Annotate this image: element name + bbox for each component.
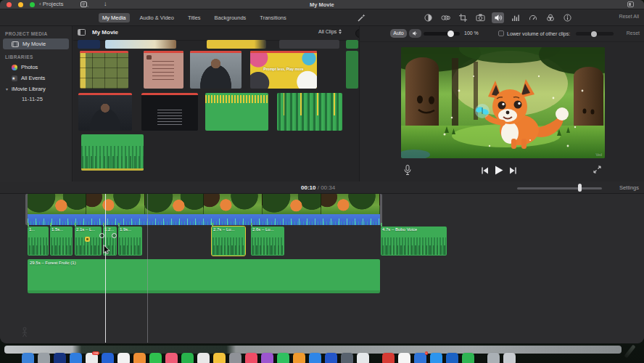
trim-handle-right[interactable] — [380, 194, 382, 225]
sidebar-item-library-date[interactable]: 11-11-25 — [0, 94, 72, 104]
minimize-button[interactable] — [18, 2, 23, 7]
dock-app-icon[interactable] — [382, 353, 395, 363]
lower-volume-knob[interactable] — [591, 31, 597, 37]
color-balance-icon[interactable] — [422, 12, 434, 23]
audio-clip[interactable]: 4.7s – Bobo Voice — [381, 227, 447, 256]
enhance-wand-icon[interactable] — [357, 13, 366, 23]
media-thumbnail-audio[interactable] — [205, 93, 268, 131]
video-audio-waveform[interactable] — [28, 214, 380, 225]
info-icon[interactable] — [561, 12, 574, 23]
media-thumbnail-webcam-dark[interactable] — [78, 93, 132, 131]
dock-app-icon[interactable] — [325, 353, 337, 363]
playhead[interactable] — [105, 194, 106, 343]
sidebar-item-my-movie[interactable]: My Movie — [3, 38, 69, 49]
dock-app-icon[interactable] — [197, 353, 210, 363]
sidebar-item-photos[interactable]: Photos — [3, 62, 69, 73]
dock-app-icon[interactable] — [133, 353, 146, 363]
volume-slider-knob[interactable] — [447, 30, 454, 37]
dock-app-icon[interactable] — [261, 353, 273, 363]
dock-app-icon[interactable] — [398, 353, 410, 363]
fade-handle[interactable] — [112, 233, 117, 238]
audio-clip[interactable]: 1.5s... — [50, 227, 73, 256]
clip-size-slider-knob[interactable] — [578, 184, 582, 192]
effects-icon[interactable] — [544, 12, 556, 23]
media-thumbnail[interactable] — [346, 40, 358, 49]
projects-back-button[interactable]: ‹Projects — [39, 1, 64, 7]
volume-slider[interactable] — [424, 32, 460, 36]
media-thumbnail-document[interactable] — [144, 51, 183, 89]
music-clip[interactable]: 29.5s – Forest Frolic (1) — [28, 259, 380, 293]
play-icon[interactable] — [495, 166, 503, 175]
close-button[interactable] — [7, 2, 12, 7]
dock-app-icon[interactable] — [22, 353, 34, 363]
dock-app-icon[interactable] — [117, 353, 130, 363]
media-thumbnail-audio[interactable] — [346, 51, 358, 89]
media-thumbnail[interactable] — [207, 40, 266, 49]
media-thumbnail-audio[interactable] — [81, 134, 144, 171]
dock-app-icon[interactable] — [309, 353, 321, 363]
reset-button[interactable]: Reset — [627, 30, 640, 36]
dock-app-icon[interactable] — [503, 353, 516, 363]
tab-titles[interactable]: Titles — [184, 13, 205, 23]
tab-backgrounds[interactable]: Backgrounds — [211, 13, 250, 23]
fullscreen-icon[interactable] — [593, 166, 601, 174]
reset-all-button[interactable]: Reset All — [619, 14, 639, 19]
tab-transitions[interactable]: Transitions — [256, 13, 289, 23]
dock-app-icon[interactable] — [277, 353, 289, 363]
media-thumbnail-webcam[interactable] — [190, 51, 242, 89]
dock-app-icon[interactable]: • — [414, 353, 426, 363]
volume-icon[interactable] — [492, 12, 504, 23]
dock-app-icon[interactable] — [341, 353, 353, 363]
audio-clip[interactable]: 1... — [28, 227, 49, 256]
dock-app-icon[interactable] — [487, 353, 500, 363]
stabilization-icon[interactable] — [474, 12, 487, 23]
auto-button[interactable]: Auto — [390, 29, 407, 38]
lower-volume-checkbox[interactable] — [498, 30, 504, 36]
fade-handle[interactable] — [99, 233, 104, 238]
zoom-button[interactable] — [30, 2, 35, 7]
noise-reduction-icon[interactable] — [509, 12, 521, 23]
audio-clip-selected[interactable]: 2.7s – Lu... — [212, 227, 245, 256]
share-icon[interactable] — [80, 1, 88, 8]
video-clip-filmstrip[interactable] — [28, 194, 380, 214]
dock-app-icon[interactable] — [102, 353, 114, 363]
microphone-icon[interactable] — [404, 165, 411, 176]
dock-app-icon[interactable] — [181, 353, 194, 363]
media-thumbnail-terminal[interactable] — [141, 93, 198, 131]
dock-app-icon[interactable] — [70, 353, 82, 363]
settings-button[interactable]: Settings — [619, 184, 639, 191]
tab-audio-video[interactable]: Audio & Video — [136, 13, 178, 23]
dock-app-icon[interactable] — [245, 353, 257, 363]
media-thumbnail-audio[interactable] — [277, 93, 342, 131]
dock-app-icon[interactable] — [54, 353, 66, 363]
dock-app-icon[interactable] — [229, 353, 242, 363]
dock-app-icon[interactable] — [38, 353, 50, 363]
next-frame-icon[interactable] — [510, 167, 516, 174]
media-thumbnail-screen-recording[interactable] — [80, 51, 128, 89]
sidebar-item-imovie-library[interactable]: ▾ iMovie Library — [3, 83, 69, 94]
clip-size-slider[interactable] — [517, 187, 602, 189]
dock-app-icon[interactable] — [446, 353, 458, 363]
dock-app-icon[interactable] — [149, 353, 162, 363]
sidebar-item-all-events[interactable]: ★ All Events — [3, 73, 69, 83]
dock-app-icon[interactable] — [357, 353, 369, 363]
skimmer-line[interactable] — [147, 194, 148, 343]
previous-frame-icon[interactable] — [482, 167, 488, 174]
media-thumbnail[interactable] — [279, 40, 339, 49]
audio-clip[interactable]: 2.6s – Lu... — [251, 227, 284, 256]
dock-app-icon[interactable] — [430, 353, 442, 363]
mute-button[interactable] — [409, 29, 421, 38]
color-correction-icon[interactable] — [439, 12, 452, 23]
dock-app-icon[interactable]: 198 — [86, 353, 98, 363]
dock-app-icon[interactable] — [462, 353, 474, 363]
dock-app-icon[interactable] — [165, 353, 178, 363]
clips-filter-dropdown[interactable]: All Clips — [318, 29, 342, 34]
sidebar-toggle-icon[interactable] — [78, 29, 86, 36]
crop-icon[interactable] — [457, 12, 469, 23]
download-icon[interactable]: ↓ — [104, 0, 107, 7]
tab-my-media[interactable]: My Media — [99, 13, 130, 23]
dock-app-icon[interactable] — [213, 353, 226, 363]
media-thumbnail[interactable] — [78, 40, 100, 49]
media-thumbnail-promo[interactable]: Prompt less, Play more — [250, 51, 317, 89]
window-icon[interactable] — [627, 1, 634, 7]
